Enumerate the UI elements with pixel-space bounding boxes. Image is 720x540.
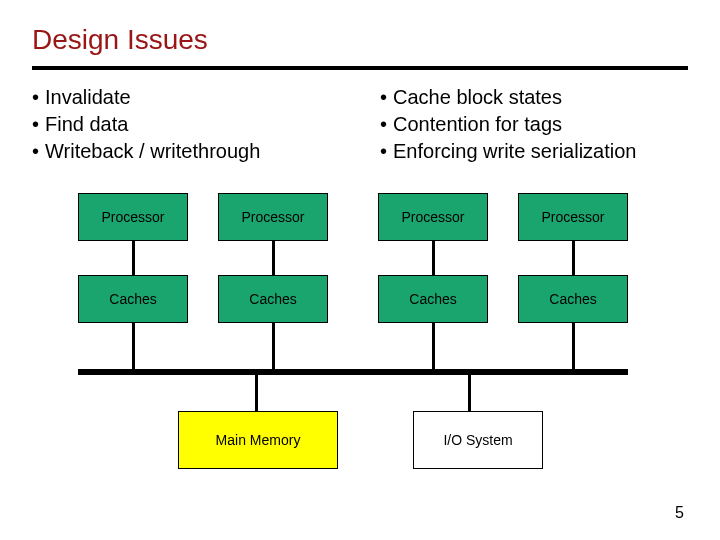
bullet-columns: •Invalidate •Find data •Writeback / writ… <box>32 84 688 165</box>
bullet-dot-icon: • <box>32 111 39 138</box>
bullet-text: Invalidate <box>45 84 131 111</box>
caches-box: Caches <box>218 275 328 323</box>
processor-box: Processor <box>78 193 188 241</box>
connector-line <box>572 241 575 275</box>
box-label: Main Memory <box>216 432 301 448</box>
connector-line <box>255 375 258 411</box>
bullet-item: •Cache block states <box>380 84 688 111</box>
bullet-dot-icon: • <box>380 84 387 111</box>
bullet-text: Find data <box>45 111 128 138</box>
box-label: Processor <box>101 209 164 225</box>
bullet-text: Enforcing write serialization <box>393 138 636 165</box>
caches-box: Caches <box>378 275 488 323</box>
processor-box: Processor <box>378 193 488 241</box>
box-label: Caches <box>409 291 456 307</box>
title-rule <box>32 66 688 70</box>
connector-line <box>272 241 275 275</box>
processor-box: Processor <box>518 193 628 241</box>
caches-box: Caches <box>78 275 188 323</box>
box-label: Processor <box>401 209 464 225</box>
bullet-dot-icon: • <box>380 111 387 138</box>
bullet-item: •Contention for tags <box>380 111 688 138</box>
bullet-text: Cache block states <box>393 84 562 111</box>
connector-line <box>132 323 135 369</box>
box-label: I/O System <box>443 432 512 448</box>
connector-line <box>132 241 135 275</box>
architecture-diagram: Processor Processor Processor Processor … <box>38 193 678 493</box>
connector-line <box>272 323 275 369</box>
io-system-box: I/O System <box>413 411 543 469</box>
page-number: 5 <box>675 504 684 522</box>
connector-line <box>432 241 435 275</box>
box-label: Processor <box>541 209 604 225</box>
bullet-text: Contention for tags <box>393 111 562 138</box>
box-label: Caches <box>109 291 156 307</box>
box-label: Processor <box>241 209 304 225</box>
bullet-dot-icon: • <box>32 84 39 111</box>
connector-line <box>572 323 575 369</box>
bullet-text: Writeback / writethrough <box>45 138 260 165</box>
connector-line <box>432 323 435 369</box>
main-memory-box: Main Memory <box>178 411 338 469</box>
box-label: Caches <box>549 291 596 307</box>
bullet-item: •Invalidate <box>32 84 340 111</box>
bullets-right: •Cache block states •Contention for tags… <box>380 84 688 165</box>
bullet-dot-icon: • <box>380 138 387 165</box>
bullet-item: •Find data <box>32 111 340 138</box>
page-title: Design Issues <box>32 24 688 56</box>
bus-line <box>78 369 628 375</box>
bullet-item: •Writeback / writethrough <box>32 138 340 165</box>
bullet-dot-icon: • <box>32 138 39 165</box>
box-label: Caches <box>249 291 296 307</box>
caches-box: Caches <box>518 275 628 323</box>
bullet-item: •Enforcing write serialization <box>380 138 688 165</box>
connector-line <box>468 375 471 411</box>
bullets-left: •Invalidate •Find data •Writeback / writ… <box>32 84 340 165</box>
processor-box: Processor <box>218 193 328 241</box>
